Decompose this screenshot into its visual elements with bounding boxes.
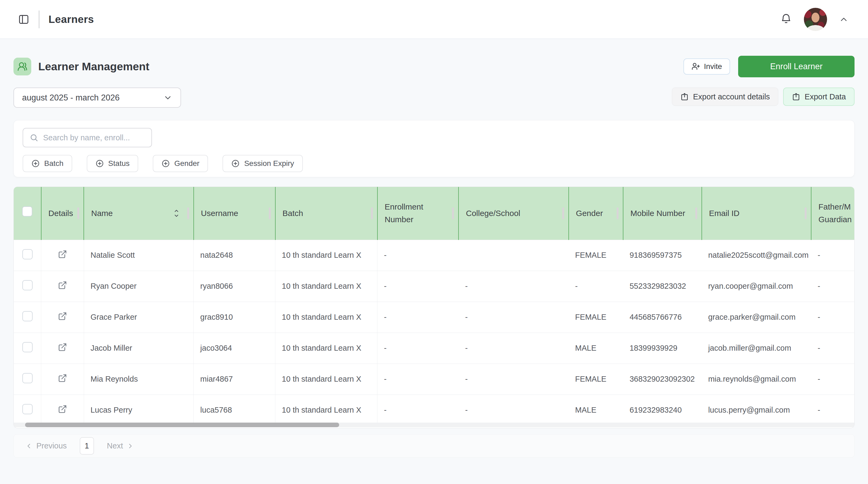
cell-username: miar4867 bbox=[194, 364, 275, 395]
row-checkbox[interactable] bbox=[22, 280, 33, 290]
open-details-button[interactable] bbox=[58, 374, 67, 383]
cell-college: - bbox=[459, 271, 568, 302]
column-header-guardian[interactable]: Father/M Guardian bbox=[811, 187, 854, 240]
column-resize-handle[interactable] bbox=[695, 207, 697, 219]
heading-row: Learner Management Invite Enroll Learner bbox=[13, 56, 855, 77]
table-row: Ryan Cooper ryan8066 10 th standard Lear… bbox=[14, 271, 854, 302]
row-checkbox[interactable] bbox=[22, 342, 33, 352]
row-checkbox[interactable] bbox=[22, 311, 33, 321]
user-plus-icon bbox=[691, 62, 700, 71]
column-resize-handle[interactable] bbox=[617, 207, 619, 219]
previous-page-button[interactable]: Previous bbox=[25, 442, 67, 450]
external-link-icon bbox=[58, 343, 67, 352]
column-header-username[interactable]: Username bbox=[194, 187, 275, 240]
cell-batch: 10 th standard Learn X bbox=[275, 364, 377, 395]
open-details-button[interactable] bbox=[58, 281, 67, 290]
open-details-button[interactable] bbox=[58, 312, 67, 321]
cell-name: Mia Reynolds bbox=[84, 364, 193, 395]
column-resize-handle[interactable] bbox=[452, 207, 454, 219]
filter-chip-status[interactable]: Status bbox=[87, 155, 138, 172]
cell-name: Lucas Perry bbox=[84, 395, 193, 425]
filter-chip-session-expiry[interactable]: Session Expiry bbox=[222, 155, 303, 172]
external-link-icon bbox=[58, 374, 67, 383]
open-details-button[interactable] bbox=[58, 343, 67, 352]
cell-gender: FEMALE bbox=[569, 302, 623, 333]
cell-enrollment: - bbox=[377, 333, 459, 364]
column-header-batch[interactable]: Batch bbox=[275, 187, 377, 240]
horizontal-scrollbar-track[interactable] bbox=[14, 423, 854, 427]
plus-circle-icon bbox=[31, 159, 40, 168]
cell-username: grac8910 bbox=[194, 302, 275, 333]
column-header-email[interactable]: Email ID bbox=[702, 187, 811, 240]
cell-username: jaco3064 bbox=[194, 333, 275, 364]
current-page-button[interactable]: 1 bbox=[80, 437, 94, 455]
select-all-checkbox[interactable] bbox=[22, 206, 32, 217]
cell-batch: 10 th standard Learn X bbox=[275, 302, 377, 333]
cell-guardian: - bbox=[811, 395, 854, 425]
table-header-row: Details Name Username bbox=[14, 187, 854, 240]
column-header-details[interactable]: Details bbox=[41, 187, 84, 240]
filter-card: Batch Status Gender Session Expiry bbox=[13, 120, 855, 177]
cell-email: jacob.miller@gmail.com bbox=[702, 333, 811, 364]
sidebar-toggle-button[interactable] bbox=[18, 13, 30, 25]
export-icon bbox=[680, 92, 689, 101]
column-header-college[interactable]: College/School bbox=[459, 187, 568, 240]
external-link-icon bbox=[58, 250, 67, 259]
column-resize-handle[interactable] bbox=[371, 207, 373, 219]
topbar-left: Learners bbox=[18, 10, 94, 28]
cell-name: Grace Parker bbox=[84, 302, 193, 333]
invite-button[interactable]: Invite bbox=[683, 59, 730, 75]
export-icon bbox=[792, 92, 800, 101]
cell-college: - bbox=[459, 333, 568, 364]
cell-mobile: 445685766776 bbox=[623, 302, 702, 333]
cell-batch: 10 th standard Learn X bbox=[275, 333, 377, 364]
cell-enrollment: - bbox=[377, 395, 459, 425]
cell-gender: - bbox=[569, 271, 623, 302]
column-resize-handle[interactable] bbox=[269, 207, 271, 219]
horizontal-scrollbar-thumb[interactable] bbox=[25, 423, 339, 427]
avatar[interactable] bbox=[804, 8, 827, 31]
search-input[interactable] bbox=[43, 133, 145, 142]
plus-circle-icon bbox=[161, 159, 170, 168]
table-row: Jacob Miller jaco3064 10 th standard Lea… bbox=[14, 333, 854, 364]
cell-guardian: - bbox=[811, 333, 854, 364]
column-resize-handle[interactable] bbox=[187, 207, 189, 219]
topbar-divider bbox=[39, 10, 39, 28]
notifications-button[interactable] bbox=[780, 13, 792, 25]
cell-guardian: - bbox=[811, 240, 854, 271]
previous-label: Previous bbox=[36, 442, 67, 450]
column-resize-handle[interactable] bbox=[562, 207, 564, 219]
filter-chip-label: Batch bbox=[44, 159, 64, 168]
session-dropdown[interactable]: august 2025 - march 2026 bbox=[13, 88, 181, 108]
column-resize-handle[interactable] bbox=[805, 207, 807, 219]
cell-username: nata2648 bbox=[194, 240, 275, 271]
column-header-mobile[interactable]: Mobile Number bbox=[623, 187, 702, 240]
profile-menu-toggle[interactable] bbox=[839, 14, 848, 24]
column-header-name[interactable]: Name bbox=[84, 187, 193, 240]
filter-chip-gender[interactable]: Gender bbox=[153, 155, 208, 172]
section-title: Learner Management bbox=[38, 60, 149, 73]
row-checkbox[interactable] bbox=[22, 404, 33, 414]
export-data-button[interactable]: Export Data bbox=[783, 88, 855, 106]
plus-circle-icon bbox=[231, 159, 240, 168]
filter-chip-batch[interactable]: Batch bbox=[23, 155, 72, 172]
open-details-button[interactable] bbox=[58, 250, 67, 259]
row-checkbox[interactable] bbox=[22, 373, 33, 383]
export-account-details-button[interactable]: Export account details bbox=[672, 88, 778, 106]
filter-chip-label: Status bbox=[108, 159, 130, 168]
column-resize-handle[interactable] bbox=[77, 207, 79, 219]
cell-batch: 10 th standard Learn X bbox=[275, 271, 377, 302]
sort-icon[interactable] bbox=[173, 209, 180, 218]
enroll-learner-button[interactable]: Enroll Learner bbox=[738, 56, 855, 77]
cell-name: Natalie Scott bbox=[84, 240, 193, 271]
cell-guardian: - bbox=[811, 364, 854, 395]
cell-mobile: 18399939929 bbox=[623, 333, 702, 364]
column-header-enrollment[interactable]: Enrollment Number bbox=[377, 187, 459, 240]
table-row: Grace Parker grac8910 10 th standard Lea… bbox=[14, 302, 854, 333]
export-data-label: Export Data bbox=[805, 92, 846, 101]
cell-gender: MALE bbox=[569, 395, 623, 425]
column-header-gender[interactable]: Gender bbox=[569, 187, 623, 240]
open-details-button[interactable] bbox=[58, 405, 67, 414]
row-checkbox[interactable] bbox=[22, 249, 33, 259]
next-page-button[interactable]: Next bbox=[107, 442, 134, 450]
